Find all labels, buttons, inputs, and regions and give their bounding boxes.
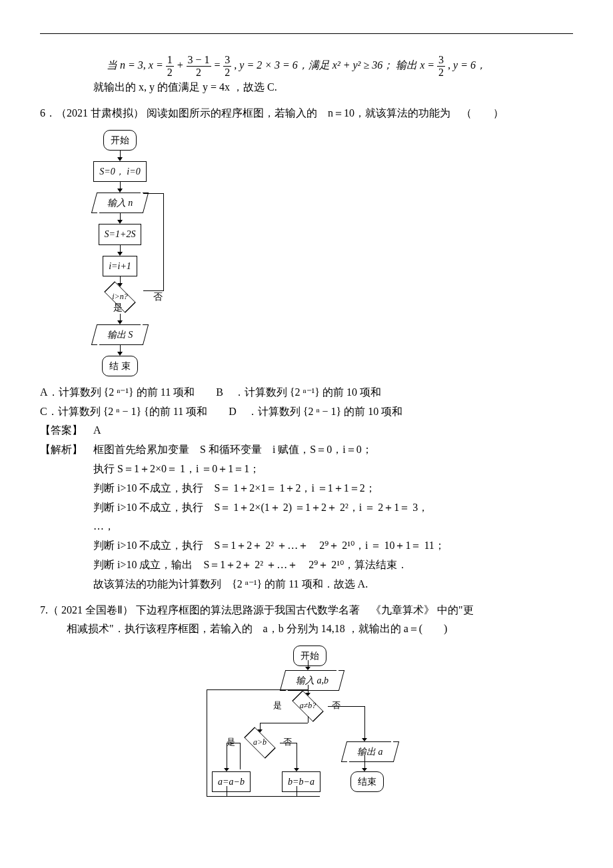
eq-line-2: 就输出的 x, y 的值满足 y = 4x ，故选 C. — [40, 78, 573, 97]
q6-explain-head: 【解析】 框图首先给累加变量 S 和循环变量 i 赋值，S＝0，i＝0； — [40, 440, 573, 460]
fc2-output: 输出 a — [349, 741, 391, 762]
fc2-no2: 否 — [283, 734, 292, 749]
q6-stem: 6．（2021 甘肃模拟） 阅读如图所示的程序框图，若输入的 n＝10，就该算法… — [40, 104, 573, 123]
fc2-yes2: 是 — [227, 734, 235, 749]
q6-e1: 执行 S＝1＋2×0＝ 1，i ＝0＋1＝1； — [40, 460, 573, 479]
fc-input: 输入 n — [99, 193, 141, 213]
q6-e5: 判断 i>10 不成立，执行 S＝1＋2＋ 2² ＋…＋ 2⁹＋ 2¹⁰，i ＝… — [40, 536, 573, 556]
fc-output: 输出 S — [99, 324, 141, 345]
fc-end: 结 束 — [102, 356, 138, 376]
fc2-end: 结束 — [350, 771, 384, 792]
frac-3: 32 — [223, 54, 231, 78]
fc-step1: S=1+2S — [99, 224, 142, 244]
frac-1: 12 — [166, 54, 174, 78]
fc-yes-label: 是 — [113, 299, 123, 316]
fc2-r1: a=a−b — [212, 771, 251, 792]
q6-e7: 故该算法的功能为计算数列 {2 ⁿ⁻¹} 的前 11 项和．故选 A. — [40, 575, 573, 594]
fc2-r2: b=b−a — [282, 771, 320, 792]
fc2-no1: 否 — [332, 697, 340, 713]
eq-prefix: 当 n = 3, x = — [107, 59, 163, 71]
q6-e4: …， — [40, 517, 573, 536]
frac-2: 3 − 12 — [187, 54, 211, 78]
q6-e2: 判断 i>10 不成立，执行 S＝ 1＋2×1＝ 1＋2，i ＝1＋1＝2； — [40, 479, 573, 498]
q6-e6: 判断 i>10 成立，输出 S＝1＋2＋ 2² ＋…＋ 2⁹＋ 2¹⁰，算法结束… — [40, 556, 573, 575]
q6-e3: 判断 i>10 不成立，执行 S＝ 1＋2×(1＋ 2) ＝1＋2＋ 2²，i … — [40, 498, 573, 518]
q6-option-row-1: A．计算数列 {2 ⁿ⁻¹} 的前 11 项和 B ．计算数列 {2 ⁿ⁻¹} … — [40, 383, 573, 402]
fc2-yes1: 是 — [273, 697, 282, 713]
q7-flowchart: 开始 输入 a,b a≠b? 是 否 a>b 是 否 a=a−b b=b−a 输… — [207, 646, 406, 819]
fc-init: S=0， i=0 — [93, 161, 146, 182]
q7-stem-2: 相减损术"．执行该程序框图，若输入的 a，b 分别为 14,18 ，就输出的 a… — [40, 620, 573, 639]
frac-4: 32 — [437, 54, 445, 78]
fc2-cond2: a>b — [240, 733, 280, 753]
fc2-start: 开始 — [293, 646, 326, 666]
q6-flowchart: 开始 S=0， i=0 输入 n S=1+2S i=i+1 i>n? 否 是 输… — [80, 130, 573, 376]
fc-start: 开始 — [103, 130, 137, 151]
fc2-cond1: a≠b? — [288, 696, 328, 716]
page-top-rule — [40, 33, 573, 34]
fc2-input: 输入 a,b — [288, 670, 336, 691]
q6-answer: 【答案】 A — [40, 421, 573, 440]
fc-step2: i=i+1 — [103, 256, 137, 276]
q6-option-row-2: C．计算数列 {2 ⁿ − 1} {的前 11 项和 D ．计算数列 {2 ⁿ … — [40, 402, 573, 422]
q7-stem-1: 7.（ 2021 全国卷Ⅱ） 下边程序框图的算法思路源于我国古代数学名著 《九章… — [40, 601, 573, 620]
eq-line-1: 当 n = 3, x = 12 + 3 − 12 = 32 , y = 2 × … — [40, 54, 573, 78]
